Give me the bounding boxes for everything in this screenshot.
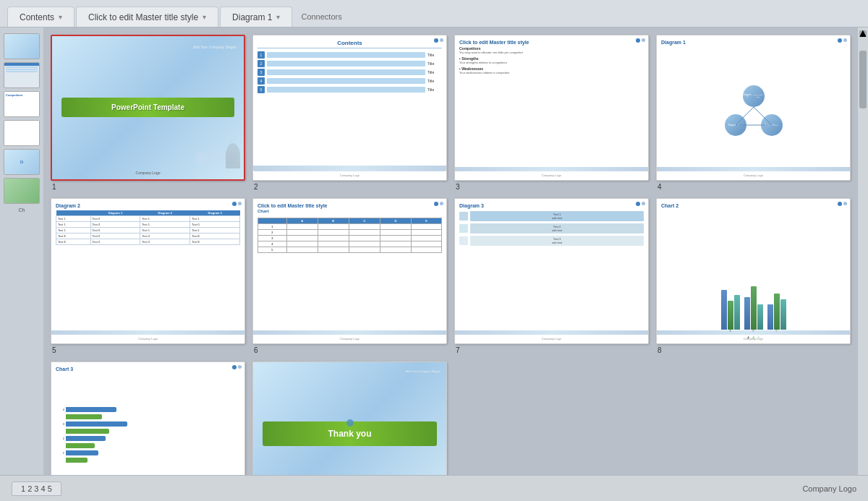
scroll-thumb[interactable]	[859, 51, 867, 108]
sidebar-thumb-chart[interactable]	[4, 178, 40, 204]
chart2-bars: A B	[661, 210, 846, 335]
slide-item-6[interactable]: Click to edit Master title style Chart A…	[252, 198, 447, 354]
slide9-dots	[232, 365, 242, 369]
tab-contents[interactable]: Contents ▾	[7, 7, 75, 27]
tab-close-icon[interactable]: ▾	[59, 13, 62, 21]
sidebar: Competitors Di Ch	[0, 27, 43, 475]
slide-item-3[interactable]: Click to edit Master title style Competi…	[454, 35, 649, 191]
slide-item-5[interactable]: Diagram 2 Diagram 1 Diagram 2 Diagram 3	[51, 198, 245, 354]
connector-label: Connectors	[294, 7, 349, 27]
sidebar-thumb-diagram[interactable]: Di	[4, 149, 40, 175]
tab-master-label: Click to edit Master title style	[88, 12, 198, 22]
slide5-title: Diagram 2	[56, 203, 240, 208]
slide-number-8: 8	[656, 346, 662, 354]
sidebar-thumb-2[interactable]	[4, 62, 40, 88]
slide-number-6: 6	[252, 346, 258, 354]
diag3-row2: Text 2sub text	[459, 223, 644, 234]
comp-text2: Your strengths relative to competitors	[459, 61, 644, 64]
slide-thumb-9[interactable]: Chart 3 4 3	[51, 361, 245, 476]
slide-item-9[interactable]: Chart 3 4 3	[51, 361, 245, 476]
slide-item-4[interactable]: Diagram 1 Diagram 1Click to add text Dia…	[656, 35, 851, 191]
slide6-dots	[434, 202, 443, 206]
bottom-tab-label: 1 2 3 4 5	[21, 484, 52, 493]
slide-item-8[interactable]: Chart 2 A	[656, 198, 851, 354]
slide-thumb-8[interactable]: Chart 2 A	[656, 198, 851, 344]
slide3-footer: Company Logo	[542, 174, 561, 177]
slide4-dots	[838, 38, 847, 43]
slide-grid: Add Your Company Slogan PowerPoint Templ…	[51, 35, 851, 475]
slide-item-1[interactable]: Add Your Company Slogan PowerPoint Templ…	[51, 35, 245, 191]
slide-thumb-7[interactable]: Diagram 3 Text 1sub text Text 2sub text	[454, 198, 649, 344]
tab-master[interactable]: Click to edit Master title style ▾	[76, 7, 218, 27]
scrollbar[interactable]: ▲	[858, 27, 868, 475]
slide7-title: Diagram 3	[459, 203, 644, 208]
slide10-title: Thank you	[270, 429, 429, 439]
slide-thumb-1[interactable]: Add Your Company Slogan PowerPoint Templ…	[51, 35, 245, 181]
slide5-dots	[232, 202, 242, 206]
slide7-footer: Company Logo	[542, 337, 561, 341]
slide3-dots	[636, 38, 645, 43]
sidebar-label: Ch	[19, 207, 25, 213]
tab-bar: Contents ▾ Click to edit Master title st…	[0, 0, 868, 27]
slide-number-1: 1	[51, 183, 56, 191]
slide2-dots	[434, 38, 443, 43]
slide-item-7[interactable]: Diagram 3 Text 1sub text Text 2sub text	[454, 198, 649, 354]
diag3-row3: Text 3sub text	[459, 236, 644, 246]
bottom-bar: 1 2 3 4 5 Company Logo	[0, 475, 868, 501]
slide6-chart-label: Chart	[258, 209, 442, 213]
slide8-dots	[838, 202, 847, 206]
slide-item-10[interactable]: Add Your Company Slogan Thank you Compan…	[252, 361, 447, 476]
slide-number-5: 5	[51, 346, 56, 354]
slide9-title: Chart 3	[56, 367, 240, 372]
sidebar-thumb-4[interactable]	[4, 120, 40, 146]
slide-number-2: 2	[252, 183, 258, 191]
slide-thumb-2[interactable]: Contents 1Title 2Title 3Title 4Title 5Ti…	[252, 35, 447, 181]
diag2-table: Diagram 1 Diagram 2 Diagram 3 Text 1Text…	[56, 210, 240, 245]
slide2-header: Contents	[258, 40, 442, 48]
tab-contents-label: Contents	[20, 12, 54, 22]
slide8-title: Chart 2	[661, 203, 846, 208]
diagram1-circles: Diagram 1Click to add text Diagram 2Clic…	[661, 46, 846, 176]
slide-thumb-4[interactable]: Diagram 1 Diagram 1Click to add text Dia…	[656, 35, 851, 181]
tab-diagram1[interactable]: Diagram 1 ▾	[220, 7, 292, 27]
slide4-footer: Company Logo	[744, 174, 763, 177]
slide-item-2[interactable]: Contents 1Title 2Title 3Title 4Title 5Ti…	[252, 35, 447, 191]
slide1-slogan: Add Your Company Slogan	[193, 45, 237, 49]
svg-line-1	[754, 107, 772, 125]
chart3-bars: 4 3	[56, 373, 240, 476]
slide7-dots	[636, 202, 645, 206]
slide3-title: Click to edit Master title style	[459, 40, 644, 45]
comp-text1: You may want to allocate one slide per c…	[459, 51, 644, 54]
slide-thumb-3[interactable]: Click to edit Master title style Competi…	[454, 35, 649, 181]
slide-number-7: 7	[454, 346, 460, 354]
slide6-footer: Company Logo	[340, 337, 359, 341]
slide1-company: Company Logo	[136, 171, 161, 175]
main-area: Competitors Di Ch Add Your Company Sloga…	[0, 27, 868, 475]
tab-close-icon2[interactable]: ▾	[203, 13, 206, 21]
bottom-status: Company Logo	[802, 484, 856, 493]
slide2-footer: Company Logo	[340, 174, 359, 177]
comp-text3: Your weaknesses relative to competitor	[459, 71, 644, 74]
slide-number-3: 3	[454, 183, 460, 191]
slide10-slogan: Add Your Company Slogan	[406, 369, 441, 373]
slide-grid-container: Add Your Company Slogan PowerPoint Templ…	[43, 27, 858, 475]
sidebar-thumb-1[interactable]	[4, 33, 40, 59]
bottom-tab-pages[interactable]: 1 2 3 4 5	[12, 481, 61, 496]
svg-line-0	[736, 107, 754, 125]
slide-thumb-6[interactable]: Click to edit Master title style Chart A…	[252, 198, 447, 344]
slide1-title: PowerPoint Template	[69, 103, 227, 111]
slide-number-4: 4	[656, 183, 662, 191]
diag3-row1: Text 1sub text	[459, 211, 644, 221]
tab-diagram1-label: Diagram 1	[232, 12, 272, 22]
slide5-footer: Company Logo	[138, 337, 158, 341]
chart-table: ABCDE 1 2 3 4 5	[258, 218, 442, 253]
slide8-footer: Company Logo	[744, 337, 763, 341]
slide6-title: Click to edit Master title style	[258, 203, 442, 208]
sidebar-thumb-3[interactable]: Competitors	[4, 91, 40, 117]
slide1-green-bar: PowerPoint Template	[61, 98, 234, 117]
slide-thumb-10[interactable]: Add Your Company Slogan Thank you Compan…	[252, 361, 447, 476]
tab-close-icon3[interactable]: ▾	[276, 13, 280, 21]
slide-thumb-5[interactable]: Diagram 2 Diagram 1 Diagram 2 Diagram 3	[51, 198, 245, 344]
slide4-title: Diagram 1	[661, 40, 846, 45]
